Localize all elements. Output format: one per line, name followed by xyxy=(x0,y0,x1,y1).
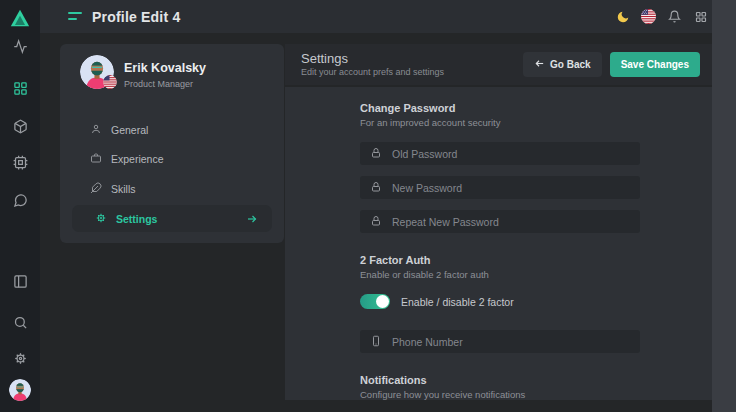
profile-avatar xyxy=(80,55,114,89)
profile-card: Erik Kovalsky Product Manager General Ex… xyxy=(60,44,284,243)
apps-grid-icon[interactable] xyxy=(693,9,708,24)
two-factor-section-header: 2 Factor Auth Enable or disable 2 factor… xyxy=(360,255,489,280)
layout-icon[interactable] xyxy=(12,273,28,289)
new-password-input[interactable] xyxy=(392,182,630,194)
notifications-section-header: Notifications Configure how you receive … xyxy=(360,375,525,400)
smartphone-icon xyxy=(370,333,382,351)
two-factor-toggle-row: Enable / disable 2 factor xyxy=(360,293,514,310)
nav-item-experience[interactable]: Experience xyxy=(90,149,164,169)
phone-number-input[interactable] xyxy=(392,336,630,348)
person-icon xyxy=(90,121,102,139)
activity-icon[interactable] xyxy=(12,38,28,54)
settings-header: Settings Edit your account prefs and set… xyxy=(285,44,712,85)
country-flag-icon xyxy=(103,75,117,89)
toggle-knob xyxy=(376,295,389,308)
phone-number-field[interactable] xyxy=(360,330,640,353)
repeat-password-field[interactable] xyxy=(360,210,640,233)
box-icon[interactable] xyxy=(12,118,28,134)
lock-icon xyxy=(370,179,382,197)
nav-item-label: General xyxy=(111,124,148,136)
section-title: Change Password xyxy=(360,103,500,114)
section-title: 2 Factor Auth xyxy=(360,255,489,266)
section-title: Notifications xyxy=(360,375,525,386)
toggle-label: Enable / disable 2 factor xyxy=(401,296,514,308)
user-avatar[interactable] xyxy=(9,379,31,401)
chat-icon[interactable] xyxy=(12,192,28,208)
page-title: Profile Edit 4 xyxy=(92,9,180,25)
cpu-icon[interactable] xyxy=(12,154,28,170)
change-password-section-header: Change Password For an improved account … xyxy=(360,103,500,128)
go-back-label: Go Back xyxy=(550,59,591,70)
section-subtitle: For an improved account security xyxy=(360,117,500,128)
save-changes-button[interactable]: Save Changes xyxy=(610,52,700,77)
nav-item-settings-active[interactable]: Settings xyxy=(72,205,272,232)
moon-icon[interactable] xyxy=(615,9,630,24)
nav-item-label: Settings xyxy=(116,213,157,225)
lock-icon xyxy=(370,213,382,231)
old-password-input[interactable] xyxy=(392,148,630,160)
nav-item-general[interactable]: General xyxy=(90,120,148,140)
two-factor-toggle[interactable] xyxy=(360,294,390,309)
save-changes-label: Save Changes xyxy=(621,59,689,70)
gear-icon[interactable] xyxy=(12,350,28,366)
topbar: Profile Edit 4 xyxy=(40,0,736,33)
menu-toggle-icon[interactable] xyxy=(68,12,82,21)
nav-item-label: Experience xyxy=(111,153,164,165)
lock-icon xyxy=(370,145,382,163)
search-icon[interactable] xyxy=(12,314,28,330)
gear-icon xyxy=(95,210,107,228)
dashboard-grid-icon[interactable] xyxy=(12,80,28,96)
arrow-left-icon xyxy=(534,58,545,71)
bell-icon[interactable] xyxy=(667,9,682,24)
go-back-button[interactable]: Go Back xyxy=(523,52,602,77)
app-logo-icon[interactable] xyxy=(9,7,31,29)
app-window: Profile Edit 4 xyxy=(0,0,736,412)
arrow-right-icon xyxy=(246,213,258,225)
nav-item-label: Skills xyxy=(111,183,136,195)
profile-name: Erik Kovalsky xyxy=(124,61,206,75)
sidebar xyxy=(0,0,40,412)
new-password-field[interactable] xyxy=(360,176,640,199)
briefcase-icon xyxy=(90,150,102,168)
us-flag-icon[interactable] xyxy=(641,9,656,24)
scrollbar-track[interactable] xyxy=(712,0,736,412)
settings-title: Settings xyxy=(301,52,444,65)
repeat-password-input[interactable] xyxy=(392,216,630,228)
settings-subtitle: Edit your account prefs and settings xyxy=(301,67,444,77)
section-subtitle: Enable or disable 2 factor auth xyxy=(360,269,489,280)
settings-body: Change Password For an improved account … xyxy=(285,87,712,400)
section-subtitle: Configure how you receive notifications xyxy=(360,389,525,400)
nav-item-skills[interactable]: Skills xyxy=(90,179,136,199)
feather-icon xyxy=(90,180,102,198)
old-password-field[interactable] xyxy=(360,142,640,165)
profile-role: Product Manager xyxy=(124,79,193,89)
